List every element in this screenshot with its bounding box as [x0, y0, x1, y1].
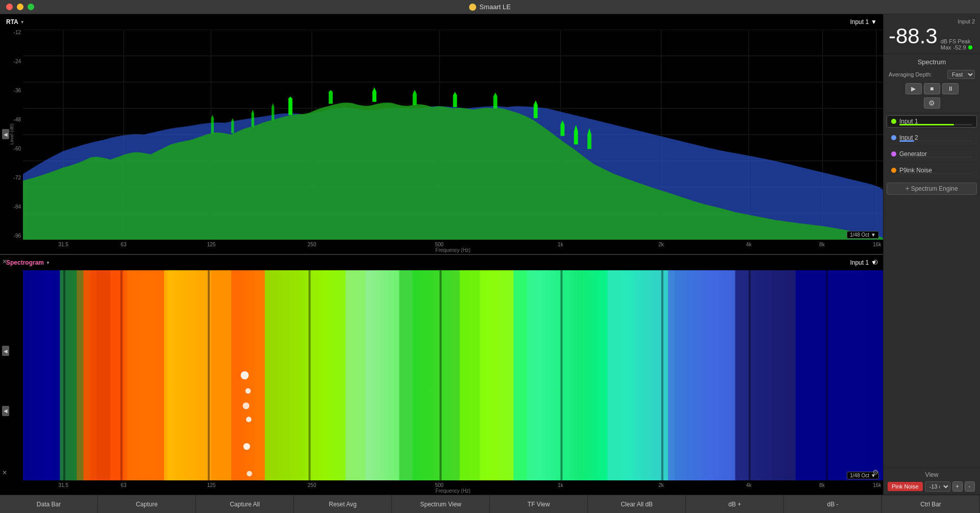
settings-row: ⚙ [889, 97, 975, 109]
svg-rect-50 [90, 270, 124, 480]
meter-db-info: dB FS Peak Max -52.9 [941, 38, 972, 50]
svg-rect-38 [439, 270, 442, 480]
db-minus-btn[interactable]: - [965, 481, 975, 492]
spec-freq-label-3: 250 [308, 482, 316, 488]
svg-rect-36 [208, 270, 210, 480]
close-button[interactable] [6, 4, 13, 10]
avg-depth-row: Averaging Depth: Fast Slow Off [889, 70, 975, 79]
toolbar-reset-avg[interactable]: Reset Avg [294, 495, 392, 513]
right-panel: Input 2 -88.3 dB FS Peak Max -52.9 Spect… [883, 14, 980, 495]
spectrum-settings-btn[interactable]: ⚙ [924, 97, 940, 109]
rta-input-dropdown-icon[interactable]: ▼ [871, 18, 877, 25]
rta-input-label[interactable]: Input 1 ▼ [850, 18, 877, 25]
spectrogram-label: Spectrogram ▼ [6, 259, 50, 266]
spectrogram-dropdown-icon[interactable]: ▼ [46, 261, 50, 265]
spec-freq-label-5: 1k [558, 482, 564, 488]
freq-label-9: 16k [873, 242, 881, 247]
svg-rect-24 [211, 270, 265, 480]
db-select[interactable]: -13 dB -18 dB -6 dB [925, 481, 950, 492]
spectrum-title: Spectrum [889, 58, 975, 66]
rta-chart [23, 30, 883, 240]
spectrogram-bottom-gear[interactable]: ⚙ [872, 468, 879, 476]
spectrogram-collapse-btn2[interactable]: ◀ [2, 406, 9, 416]
svg-rect-19 [23, 270, 60, 480]
spectrogram-panel: ✕ ⚙ Spectrogram ▼ Input 1 ▼ ◀ ◀ [0, 255, 883, 495]
spectrogram-svg [23, 270, 883, 480]
maximize-button[interactable] [28, 4, 34, 10]
spectrogram-collapse-btn1[interactable]: ◀ [2, 346, 9, 356]
meter-max: Max -52.9 [941, 44, 972, 50]
spectrogram-input-dropdown-icon[interactable]: ▼ [871, 259, 877, 266]
svg-rect-42 [826, 270, 828, 480]
spectrogram-input-label[interactable]: Input 1 ▼ [850, 259, 877, 266]
svg-rect-32 [735, 270, 802, 480]
toolbar-db-minus[interactable]: dB - [784, 495, 882, 513]
meter-row: -88.3 dB FS Peak Max -52.9 [889, 25, 975, 50]
y-axis-title: Level (dB) [9, 123, 14, 144]
freq-label-3: 250 [308, 242, 316, 247]
rta-oct-label[interactable]: 1/48 Oct ▼ [847, 231, 879, 239]
input-2-dot [891, 135, 896, 140]
pause-btn[interactable]: ⏸ [942, 83, 959, 94]
oct-dropdown-icon[interactable]: ▼ [871, 232, 876, 238]
svg-rect-34 [63, 270, 65, 480]
spec-freq-label-0: 31.5 [58, 482, 68, 488]
freq-label-2: 125 [207, 242, 216, 247]
toolbar-ctrl-bar[interactable]: Ctrl Bar [882, 495, 980, 513]
rta-collapse-btn[interactable]: ◀ [2, 129, 9, 139]
input-item-1[interactable]: Input 1 [887, 115, 977, 127]
input-meter-section: Input 2 -88.3 dB FS Peak Max -52.9 [884, 14, 980, 54]
toolbar-clear-all-db[interactable]: Clear All dB [588, 495, 686, 513]
toolbar-tf-view[interactable]: TF View [490, 495, 588, 513]
db-plus-btn[interactable]: + [952, 481, 963, 492]
freq-label-7: 4k [746, 242, 752, 247]
spectrogram-y-axis [0, 270, 23, 480]
avg-depth-select[interactable]: Fast Slow Off [947, 70, 975, 79]
stop-btn[interactable]: ■ [924, 83, 940, 94]
toolbar-capture-all[interactable]: Capture All [196, 495, 294, 513]
input-1-meter-fill [899, 124, 954, 125]
rta-panel: RTA ▼ Input 1 ▼ ◀ -12 -24 -36 -48 -60 -7… [0, 14, 883, 255]
p9ink-noise-meter-bar [899, 173, 972, 174]
y-label-5: -72 [2, 175, 21, 181]
input-2-meter-fill [899, 140, 914, 142]
view-section: View Pink Noise -13 dB -18 dB -6 dB + - [884, 468, 980, 495]
pink-noise-btn[interactable]: Pink Noise [888, 482, 923, 491]
input-item-p9ink-noise[interactable]: P9ink Noise [887, 164, 977, 176]
rta-dropdown-icon[interactable]: ▼ [20, 20, 24, 24]
spec-freq-label-8: 8k [819, 482, 825, 488]
input-item-generator[interactable]: Generator [887, 148, 977, 160]
main-layout: RTA ▼ Input 1 ▼ ◀ -12 -24 -36 -48 -60 -7… [0, 14, 980, 495]
y-label-4: -60 [2, 146, 21, 151]
spec-freq-title: Frequency (Hz) [435, 488, 471, 494]
y-label-1: -24 [2, 59, 21, 64]
play-btn[interactable]: ▶ [905, 83, 922, 94]
spec-freq-label-2: 125 [207, 482, 216, 488]
toolbar-db-plus[interactable]: dB + [686, 495, 784, 513]
input-1-dot [891, 119, 896, 124]
toolbar-spectrum-view[interactable]: Spectrum View [392, 495, 490, 513]
svg-rect-37 [308, 270, 310, 480]
pink-noise-row: Pink Noise -13 dB -18 dB -6 dB + - [888, 481, 976, 492]
svg-rect-39 [560, 270, 562, 480]
y-label-3: -48 [2, 117, 21, 122]
svg-rect-29 [513, 270, 614, 480]
rta-freq-title: Frequency (Hz) [435, 247, 471, 253]
minimize-button[interactable] [17, 4, 23, 10]
add-engine-btn[interactable]: + Spectrum Engine [887, 183, 977, 195]
svg-rect-33 [796, 270, 883, 480]
toolbar-capture[interactable]: Capture [98, 495, 196, 513]
toolbar-data-bar[interactable]: Data Bar [0, 495, 98, 513]
window-controls[interactable] [6, 4, 34, 10]
svg-point-43 [241, 371, 249, 379]
spectrogram-bottom-cross[interactable]: ✕ [2, 469, 7, 476]
input-item-2[interactable]: Input 2 [887, 132, 977, 144]
svg-point-45 [242, 402, 249, 409]
svg-point-48 [247, 471, 252, 476]
spec-freq-label-6: 2k [658, 482, 664, 488]
meter-dot [968, 45, 972, 49]
freq-label-5: 1k [558, 242, 564, 247]
svg-point-44 [246, 388, 251, 394]
svg-rect-41 [749, 270, 751, 480]
spec-freq-label-4: 500 [435, 482, 444, 488]
